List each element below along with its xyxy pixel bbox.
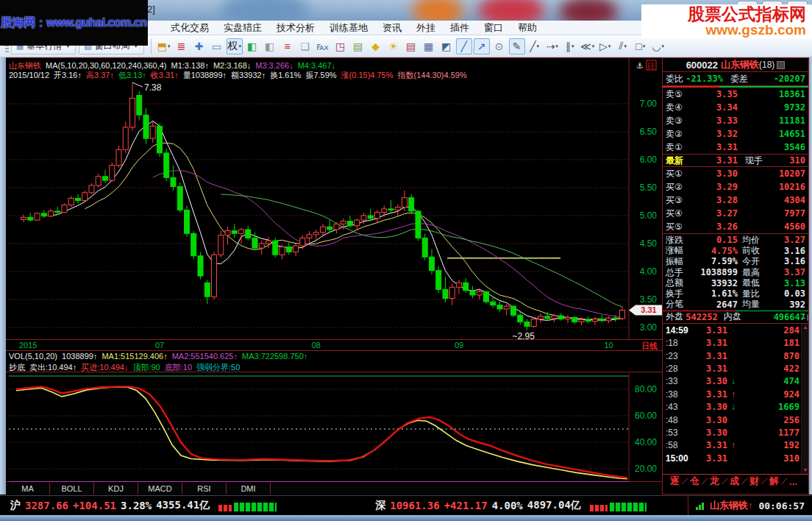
tick-row[interactable]: 14:593.31284 — [663, 324, 808, 336]
header-segment: 底部:10 — [165, 363, 192, 372]
tick-row[interactable]: :433.30↓1669 — [663, 401, 808, 414]
mini-chart-icon[interactable]: ◩ — [438, 38, 455, 54]
tick-row[interactable]: :483.30256 — [663, 414, 808, 426]
fan-lines-tool-icon[interactable]: ≪▾ — [580, 38, 596, 54]
warning-diamond-icon[interactable]: ◆ — [368, 38, 384, 54]
queue-row[interactable]: 卖③3.3311181 — [663, 114, 808, 127]
tick-row[interactable]: 15:003.31310 — [663, 452, 808, 464]
stats-grid: 涨跌0.15均价3.27涨幅4.75%前收3.16振幅7.59%今开3.16总手… — [663, 233, 808, 311]
volume-header-row[interactable]: VOL(5,10,20)1038899↑MA1:515129.406↑MA2:5… — [6, 352, 662, 362]
ruler-icon[interactable]: ▭ — [209, 38, 225, 54]
queue-row[interactable]: 卖④3.349732 — [663, 101, 808, 114]
panel-tab-5[interactable]: 解 — [766, 475, 782, 488]
indicator-tab-kdj[interactable]: KDJ — [94, 483, 138, 495]
tick-row[interactable]: :583.31↑192 — [663, 439, 808, 452]
price-chart[interactable]: 山东钢铁MA(5,10,20,30,60,120,240,360,4)M1:3.… — [6, 58, 662, 339]
indicator-chart[interactable]: 80.0060.0040.0020.00 — [6, 373, 662, 482]
panel-tab-4[interactable]: 财 — [747, 475, 762, 488]
chart-gray-icon[interactable]: ◧ — [262, 38, 278, 54]
chart-arrow-icon[interactable]: ↗ — [474, 38, 490, 54]
svg-text:80.00: 80.00 — [635, 384, 657, 394]
indicator-tab-macd[interactable]: MACD — [138, 483, 182, 495]
arc-tool-icon[interactable]: ◡▾ — [650, 38, 666, 54]
menu-item-外挂[interactable]: 外挂 — [409, 21, 443, 35]
menu-item-实盘猎庄[interactable]: 实盘猎庄 — [216, 21, 269, 35]
panel-tab-0[interactable]: 逐 — [667, 475, 683, 488]
status-stock-name: 山东钢铁↑ — [710, 499, 753, 512]
status-bar: 沪 3287.66 +104.51 3.28% 4355.41亿 深 10961… — [0, 495, 812, 515]
copy-layers-icon[interactable]: ❏ — [297, 38, 313, 54]
panel-tab-3[interactable]: 成 — [727, 475, 742, 488]
svg-text:7.38: 7.38 — [144, 82, 162, 93]
tick-row[interactable]: :283.31422 — [663, 362, 808, 375]
sh-index-change: +104.51 — [73, 500, 116, 511]
time-axis[interactable]: 日线 201507080910 — [6, 339, 662, 351]
menu-item-帮助[interactable]: 帮助 — [510, 21, 544, 35]
panel-tab-2[interactable]: 龙 — [707, 475, 722, 488]
shenzhen-index[interactable]: 深 10961.36 +421.17 4.00% 4897.04亿 — [365, 499, 647, 512]
sz-index-change: +421.17 — [444, 500, 488, 511]
parallel-lines-tool-icon[interactable]: ⫽▾ — [615, 38, 631, 54]
queue-row[interactable]: 买②3.2910216 — [663, 180, 808, 194]
open-folder-icon[interactable]: ⬒▾ — [156, 38, 172, 54]
menu-item-式化交易[interactable]: 式化交易 — [163, 21, 216, 35]
sun-settings-icon[interactable]: ☀ — [385, 38, 402, 54]
trend-line-tool-icon[interactable]: ╱▾ — [527, 38, 543, 54]
tick-row[interactable]: :233.31870 — [663, 350, 808, 362]
collapse-panel-icon[interactable]: →| — [800, 313, 808, 321]
queue-row[interactable]: 买③3.284304 — [663, 194, 808, 207]
panel-tab-1[interactable]: 仓 — [687, 475, 702, 488]
queue-row[interactable]: 卖⑤3.3518361 — [663, 88, 808, 101]
queue-row[interactable]: 买④3.277977 — [663, 207, 808, 220]
move-cross-icon[interactable]: ✚ — [191, 38, 207, 54]
queue-row[interactable]: 卖①3.313546 — [663, 141, 808, 154]
table-grid-icon[interactable]: ▦ — [421, 38, 437, 54]
polygon-tool-icon[interactable]: ▷▾ — [597, 38, 613, 54]
chart-green-icon[interactable]: ◧ — [244, 38, 260, 54]
signal-icon — [696, 501, 704, 510]
tick-row[interactable]: :533.301177 — [663, 426, 808, 439]
queue-row[interactable]: 买⑤3.264560 — [663, 220, 808, 233]
cards-icon[interactable]: ▤ — [350, 38, 366, 54]
indicator-tab-dmi[interactable]: DMI — [227, 483, 271, 495]
menu-item-窗口[interactable]: 窗口 — [477, 21, 510, 35]
stock-header[interactable]: 600022 山东钢铁 (18) — [663, 58, 808, 72]
draw-pencil-icon[interactable]: ✎ — [509, 38, 525, 54]
menu-item-资讯[interactable]: 资讯 — [375, 21, 409, 35]
rights-adjust-button[interactable]: 权▾ — [227, 38, 243, 54]
tick-row[interactable]: :183.31181 — [663, 337, 808, 350]
offset-line-tool-icon[interactable]: ⇢▾ — [544, 38, 560, 54]
menu-item-技术分析[interactable]: 技术分析 — [269, 21, 322, 35]
f10-info-icon[interactable]: ℻ — [315, 38, 331, 54]
tick-scrollbar[interactable]: ▲ ▼ — [801, 324, 808, 474]
shanghai-index[interactable]: 沪 3287.66 +104.51 3.28% 4355.41亿 — [0, 499, 277, 512]
red-list-icon[interactable]: ≡ — [279, 38, 296, 54]
window-right-border — [809, 57, 812, 495]
stripe-chart-icon[interactable]: ▤ — [403, 38, 419, 54]
tick-list[interactable]: →| 14:593.31284:183.31181:233.31870:283.… — [663, 324, 808, 474]
sh-volume-bar — [218, 500, 277, 511]
line-chart-icon[interactable]: ╱ — [456, 38, 472, 54]
connection-status[interactable]: 山东钢铁↑ 00:06:57 — [688, 496, 812, 515]
indicator-tab-rsi[interactable]: RSI — [182, 483, 227, 495]
tick-row[interactable]: :333.30↓474 — [663, 375, 808, 388]
chart-column: 山东钢铁MA(5,10,20,30,60,120,240,360,4)M1:3.… — [6, 57, 662, 495]
rect-tool-icon[interactable]: □▾ — [633, 38, 649, 54]
queue-row[interactable]: 卖②3.3214651 — [663, 127, 808, 141]
indicator-header-row[interactable]: 抄底卖出:10.494↑买进:10.494↓顶部:90底部:10强弱分界:50 — [6, 362, 662, 372]
panel-tab-6[interactable]: ... — [786, 476, 800, 487]
scroll-up-icon[interactable]: ▲ — [802, 324, 809, 331]
indicator-tab-boll[interactable]: BOLL — [50, 483, 94, 495]
queue-row[interactable]: 买①3.3010207 — [663, 167, 808, 180]
chart-check-icon[interactable]: ◳ — [332, 38, 349, 54]
menu-item-插件[interactable]: 插件 — [443, 21, 477, 35]
indicator-tab-ma[interactable]: MA — [6, 483, 50, 495]
header-segment: MA1:515129.406↑ — [102, 352, 167, 361]
vertical-lines-tool-icon[interactable]: ∥▾ — [562, 38, 578, 54]
sort-bars-icon[interactable]: ≣ — [174, 38, 190, 54]
tick-row[interactable]: :383.31↑924 — [663, 388, 808, 400]
svg-text:20.00: 20.00 — [635, 464, 657, 474]
menu-item-训练基地[interactable]: 训练基地 — [322, 21, 375, 35]
scroll-down-icon[interactable]: ▼ — [802, 467, 809, 474]
chart-clock-icon[interactable]: ⊙ — [491, 38, 508, 54]
